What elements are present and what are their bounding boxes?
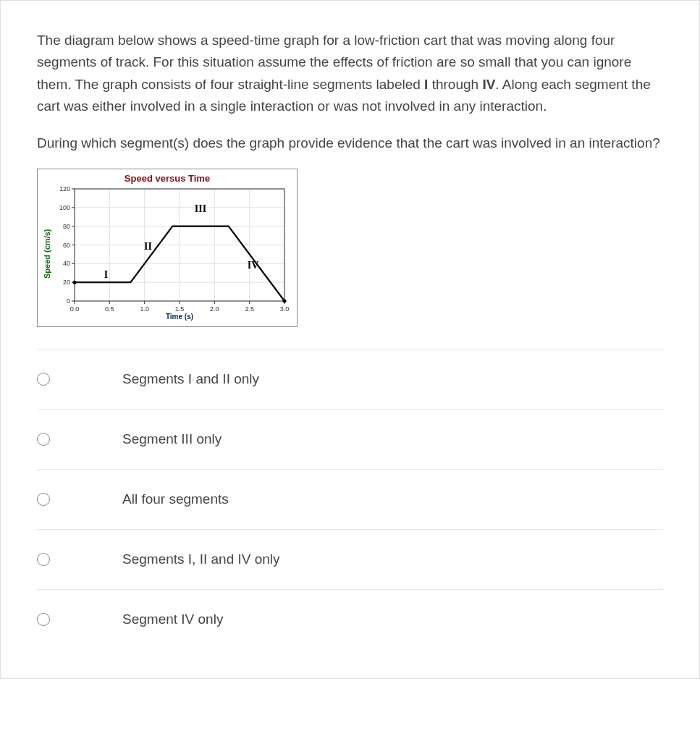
radio-button[interactable] <box>37 433 50 446</box>
chart-ylabel: Speed (cm/s) <box>41 185 53 323</box>
question-container: The diagram below shows a speed-time gra… <box>0 0 700 679</box>
svg-text:I: I <box>104 269 108 280</box>
option-row[interactable]: Segments I and II only <box>37 350 663 410</box>
svg-text:80: 80 <box>63 223 70 230</box>
svg-text:40: 40 <box>63 260 70 267</box>
question-prompt: During which segment(s) does the graph p… <box>37 132 663 154</box>
chart-area: Speed (cm/s) 0.00.51.01.52.02.53.0020406… <box>41 185 293 323</box>
svg-text:Time (s): Time (s) <box>166 313 193 321</box>
question-intro: The diagram below shows a speed-time gra… <box>37 30 663 118</box>
option-row[interactable]: Segment IV only <box>37 590 663 649</box>
option-label: Segment III only <box>122 431 222 447</box>
radio-button[interactable] <box>37 493 50 506</box>
chart-svg: 0.00.51.01.52.02.53.0020406080100120Time… <box>53 185 292 323</box>
svg-text:20: 20 <box>63 279 70 286</box>
intro-text-2: through <box>428 77 482 92</box>
chart-figure: Speed versus Time Speed (cm/s) 0.00.51.0… <box>37 169 298 327</box>
svg-point-45 <box>283 299 287 302</box>
svg-text:60: 60 <box>63 241 70 248</box>
svg-text:3.0: 3.0 <box>280 305 290 313</box>
svg-text:0.5: 0.5 <box>105 305 114 313</box>
svg-text:120: 120 <box>59 185 70 192</box>
svg-text:III: III <box>195 203 206 214</box>
option-row[interactable]: Segment III only <box>37 410 663 470</box>
svg-text:0.0: 0.0 <box>70 305 80 313</box>
svg-point-44 <box>73 281 77 284</box>
radio-button[interactable] <box>37 553 50 566</box>
option-row[interactable]: Segments I, II and IV only <box>37 530 663 590</box>
chart-title: Speed versus Time <box>41 173 293 184</box>
answer-options: Segments I and II only Segment III only … <box>37 349 663 649</box>
svg-text:2.5: 2.5 <box>245 305 254 313</box>
option-label: Segments I and II only <box>122 371 259 387</box>
svg-text:IV: IV <box>248 260 259 271</box>
option-label: All four segments <box>122 491 229 507</box>
svg-text:II: II <box>144 241 152 252</box>
svg-text:100: 100 <box>59 204 70 211</box>
radio-button[interactable] <box>37 613 50 626</box>
intro-bold-2: IV <box>482 77 495 92</box>
radio-button[interactable] <box>37 373 50 386</box>
svg-text:1.5: 1.5 <box>175 305 185 313</box>
option-label: Segment IV only <box>122 611 223 627</box>
svg-text:2.0: 2.0 <box>210 305 219 313</box>
option-row[interactable]: All four segments <box>37 470 663 530</box>
svg-text:0: 0 <box>67 297 70 305</box>
svg-text:1.0: 1.0 <box>140 305 149 313</box>
option-label: Segments I, II and IV only <box>122 551 280 567</box>
